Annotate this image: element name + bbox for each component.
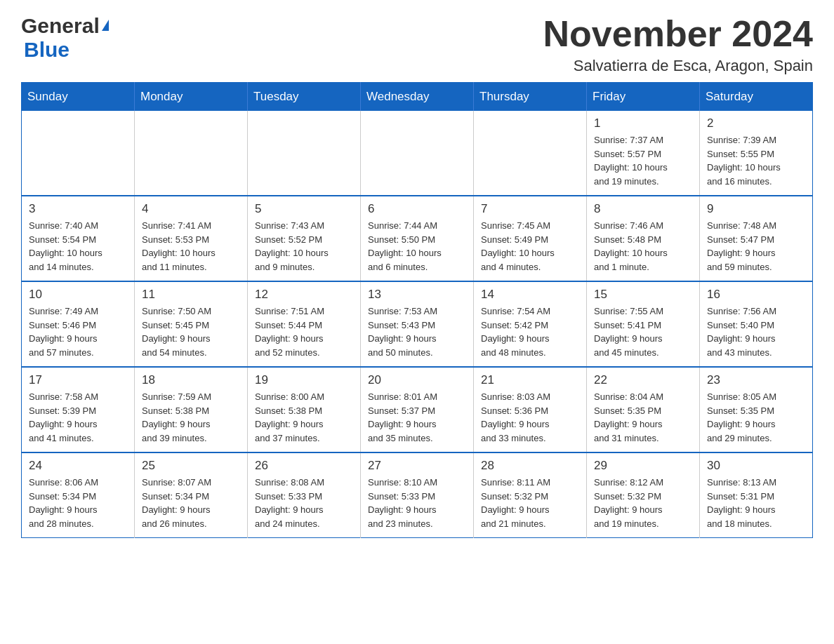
calendar-cell: 30Sunrise: 8:13 AMSunset: 5:31 PMDayligh… [700, 452, 813, 538]
day-number: 23 [707, 373, 805, 387]
calendar-cell: 5Sunrise: 7:43 AMSunset: 5:52 PMDaylight… [248, 196, 361, 281]
day-number: 8 [594, 202, 692, 216]
weekday-header-monday: Monday [135, 83, 248, 112]
day-number: 5 [255, 202, 353, 216]
calendar-cell [22, 111, 135, 196]
logo-blue-text: Blue [24, 38, 70, 62]
calendar-cell: 24Sunrise: 8:06 AMSunset: 5:34 PMDayligh… [22, 452, 135, 538]
calendar-cell: 6Sunrise: 7:44 AMSunset: 5:50 PMDaylight… [361, 196, 474, 281]
calendar-cell: 21Sunrise: 8:03 AMSunset: 5:36 PMDayligh… [474, 367, 587, 452]
day-info: Sunrise: 7:41 AMSunset: 5:53 PMDaylight:… [142, 219, 240, 274]
day-number: 3 [29, 202, 127, 216]
calendar-cell: 14Sunrise: 7:54 AMSunset: 5:42 PMDayligh… [474, 281, 587, 367]
weekday-header-thursday: Thursday [474, 83, 587, 112]
day-number: 19 [255, 373, 353, 387]
day-number: 28 [481, 459, 579, 473]
calendar-cell: 28Sunrise: 8:11 AMSunset: 5:32 PMDayligh… [474, 452, 587, 538]
weekday-header-tuesday: Tuesday [248, 83, 361, 112]
day-info: Sunrise: 7:51 AMSunset: 5:44 PMDaylight:… [255, 304, 353, 359]
day-info: Sunrise: 8:08 AMSunset: 5:33 PMDaylight:… [255, 476, 353, 530]
calendar-cell: 13Sunrise: 7:53 AMSunset: 5:43 PMDayligh… [361, 281, 474, 367]
calendar-cell [135, 111, 248, 196]
day-number: 21 [481, 373, 579, 387]
weekday-header-row: SundayMondayTuesdayWednesdayThursdayFrid… [22, 83, 813, 112]
logo-general-text: General [21, 14, 100, 38]
calendar-cell: 7Sunrise: 7:45 AMSunset: 5:49 PMDaylight… [474, 196, 587, 281]
calendar-cell: 23Sunrise: 8:05 AMSunset: 5:35 PMDayligh… [700, 367, 813, 452]
day-number: 12 [255, 288, 353, 302]
calendar-cell: 20Sunrise: 8:01 AMSunset: 5:37 PMDayligh… [361, 367, 474, 452]
day-number: 9 [707, 202, 805, 216]
calendar-cell: 16Sunrise: 7:56 AMSunset: 5:40 PMDayligh… [700, 281, 813, 367]
day-number: 15 [594, 288, 692, 302]
day-number: 4 [142, 202, 240, 216]
calendar-cell: 19Sunrise: 8:00 AMSunset: 5:38 PMDayligh… [248, 367, 361, 452]
calendar-cell [248, 111, 361, 196]
day-info: Sunrise: 7:56 AMSunset: 5:40 PMDaylight:… [707, 304, 805, 359]
calendar-cell: 27Sunrise: 8:10 AMSunset: 5:33 PMDayligh… [361, 452, 474, 538]
day-info: Sunrise: 8:05 AMSunset: 5:35 PMDaylight:… [707, 390, 805, 445]
calendar-cell: 25Sunrise: 8:07 AMSunset: 5:34 PMDayligh… [135, 452, 248, 538]
day-info: Sunrise: 8:07 AMSunset: 5:34 PMDaylight:… [142, 476, 240, 530]
day-info: Sunrise: 7:39 AMSunset: 5:55 PMDaylight:… [707, 133, 805, 188]
month-title: November 2024 [543, 14, 813, 54]
day-number: 20 [368, 373, 466, 387]
calendar-cell: 4Sunrise: 7:41 AMSunset: 5:53 PMDaylight… [135, 196, 248, 281]
calendar-table: SundayMondayTuesdayWednesdayThursdayFrid… [21, 82, 813, 538]
title-block: November 2024 Salvatierra de Esca, Arago… [543, 14, 813, 75]
day-number: 13 [368, 288, 466, 302]
calendar-cell: 9Sunrise: 7:48 AMSunset: 5:47 PMDaylight… [700, 196, 813, 281]
day-number: 29 [594, 459, 692, 473]
weekday-header-sunday: Sunday [22, 83, 135, 112]
day-info: Sunrise: 7:58 AMSunset: 5:39 PMDaylight:… [29, 390, 127, 445]
day-info: Sunrise: 8:04 AMSunset: 5:35 PMDaylight:… [594, 390, 692, 445]
day-number: 10 [29, 288, 127, 302]
day-number: 24 [29, 459, 127, 473]
logo-triangle-icon [102, 20, 109, 31]
calendar-cell [361, 111, 474, 196]
day-info: Sunrise: 7:37 AMSunset: 5:57 PMDaylight:… [594, 133, 692, 188]
day-number: 27 [368, 459, 466, 473]
day-info: Sunrise: 8:11 AMSunset: 5:32 PMDaylight:… [481, 476, 579, 530]
page-header: General Blue November 2024 Salvatierra d… [21, 14, 813, 75]
day-number: 1 [594, 116, 692, 130]
logo: General Blue [21, 14, 109, 62]
calendar-week-row: 24Sunrise: 8:06 AMSunset: 5:34 PMDayligh… [22, 452, 813, 538]
day-number: 16 [707, 288, 805, 302]
calendar-week-row: 1Sunrise: 7:37 AMSunset: 5:57 PMDaylight… [22, 111, 813, 196]
calendar-cell: 8Sunrise: 7:46 AMSunset: 5:48 PMDaylight… [587, 196, 700, 281]
calendar-cell: 26Sunrise: 8:08 AMSunset: 5:33 PMDayligh… [248, 452, 361, 538]
day-info: Sunrise: 7:45 AMSunset: 5:49 PMDaylight:… [481, 219, 579, 274]
calendar-week-row: 3Sunrise: 7:40 AMSunset: 5:54 PMDaylight… [22, 196, 813, 281]
day-info: Sunrise: 7:43 AMSunset: 5:52 PMDaylight:… [255, 219, 353, 274]
calendar-week-row: 17Sunrise: 7:58 AMSunset: 5:39 PMDayligh… [22, 367, 813, 452]
day-number: 17 [29, 373, 127, 387]
day-info: Sunrise: 7:53 AMSunset: 5:43 PMDaylight:… [368, 304, 466, 359]
calendar-cell: 12Sunrise: 7:51 AMSunset: 5:44 PMDayligh… [248, 281, 361, 367]
day-number: 26 [255, 459, 353, 473]
day-info: Sunrise: 7:49 AMSunset: 5:46 PMDaylight:… [29, 304, 127, 359]
weekday-header-wednesday: Wednesday [361, 83, 474, 112]
day-number: 14 [481, 288, 579, 302]
day-info: Sunrise: 8:01 AMSunset: 5:37 PMDaylight:… [368, 390, 466, 445]
day-number: 22 [594, 373, 692, 387]
day-info: Sunrise: 7:40 AMSunset: 5:54 PMDaylight:… [29, 219, 127, 274]
day-info: Sunrise: 7:50 AMSunset: 5:45 PMDaylight:… [142, 304, 240, 359]
weekday-header-friday: Friday [587, 83, 700, 112]
day-info: Sunrise: 8:06 AMSunset: 5:34 PMDaylight:… [29, 476, 127, 530]
day-info: Sunrise: 8:10 AMSunset: 5:33 PMDaylight:… [368, 476, 466, 530]
calendar-cell: 18Sunrise: 7:59 AMSunset: 5:38 PMDayligh… [135, 367, 248, 452]
day-info: Sunrise: 8:00 AMSunset: 5:38 PMDaylight:… [255, 390, 353, 445]
day-info: Sunrise: 7:54 AMSunset: 5:42 PMDaylight:… [481, 304, 579, 359]
day-info: Sunrise: 7:48 AMSunset: 5:47 PMDaylight:… [707, 219, 805, 274]
day-number: 30 [707, 459, 805, 473]
day-number: 7 [481, 202, 579, 216]
day-info: Sunrise: 8:03 AMSunset: 5:36 PMDaylight:… [481, 390, 579, 445]
calendar-cell: 22Sunrise: 8:04 AMSunset: 5:35 PMDayligh… [587, 367, 700, 452]
day-number: 2 [707, 116, 805, 130]
weekday-header-saturday: Saturday [700, 83, 813, 112]
day-number: 18 [142, 373, 240, 387]
calendar-week-row: 10Sunrise: 7:49 AMSunset: 5:46 PMDayligh… [22, 281, 813, 367]
calendar-cell: 17Sunrise: 7:58 AMSunset: 5:39 PMDayligh… [22, 367, 135, 452]
calendar-cell: 11Sunrise: 7:50 AMSunset: 5:45 PMDayligh… [135, 281, 248, 367]
